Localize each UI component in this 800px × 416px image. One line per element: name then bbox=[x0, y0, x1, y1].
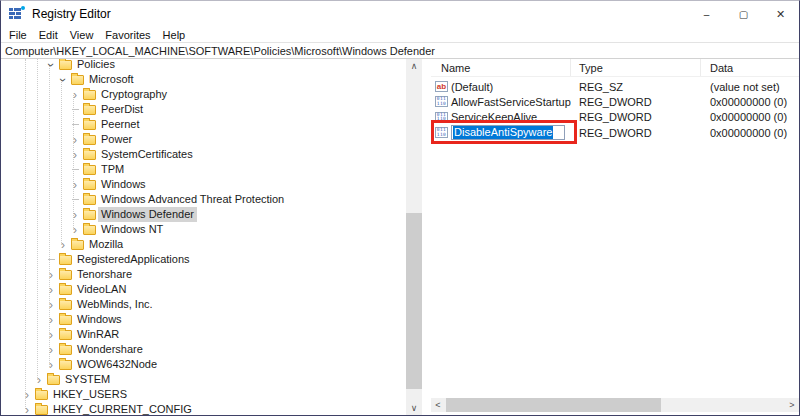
value-data: 0x00000000 (0) bbox=[710, 96, 787, 108]
tree-item[interactable]: › Mozilla bbox=[1, 237, 406, 252]
registry-value-row[interactable]: 011110DisableAntiSpyware REG_DWORD 0x000… bbox=[431, 125, 799, 140]
address-path: Computer\HKEY_LOCAL_MACHINE\SOFTWARE\Pol… bbox=[5, 45, 435, 57]
tree-item-label: Windows bbox=[74, 312, 125, 327]
folder-icon bbox=[35, 390, 48, 400]
tree-item[interactable]: PeerDist bbox=[1, 102, 406, 117]
registry-editor-window: Registry Editor – ▢ ✕ FileEditViewFavori… bbox=[0, 0, 800, 416]
tree-expander-icon[interactable]: › bbox=[69, 180, 81, 190]
value-data: 0x00000000 (0) bbox=[710, 111, 787, 123]
tree-expander-icon[interactable] bbox=[45, 259, 57, 260]
tree-item-label: Cryptography bbox=[98, 87, 170, 102]
folder-icon bbox=[83, 120, 96, 130]
tree-expander-icon[interactable]: › bbox=[33, 375, 45, 385]
tree-expander-icon[interactable]: › bbox=[21, 390, 33, 400]
registry-value-row[interactable]: 011110AllowFastServiceStartup REG_DWORD … bbox=[431, 94, 799, 109]
value-data: (value not set) bbox=[710, 81, 780, 93]
tree-expander-icon[interactable]: › bbox=[45, 360, 57, 370]
tree-item[interactable]: › WebMinds, Inc. bbox=[1, 297, 406, 312]
tree-expander-icon[interactable]: › bbox=[69, 225, 81, 235]
registry-values-panel: Name Type Data ab(Default) REG_SZ (value… bbox=[431, 59, 799, 415]
scroll-left-icon[interactable]: < bbox=[431, 398, 445, 412]
tree-expander-icon[interactable] bbox=[69, 199, 81, 200]
column-header-type[interactable]: Type bbox=[571, 59, 701, 76]
menu-favorites[interactable]: Favorites bbox=[105, 29, 150, 41]
list-rows: ab(Default) REG_SZ (value not set) 01111… bbox=[431, 79, 799, 140]
tree-expander-icon[interactable] bbox=[69, 169, 81, 170]
tree-item-label: Microsoft bbox=[86, 72, 137, 87]
scrollbar-thumb[interactable] bbox=[406, 213, 422, 389]
tree-expander-icon[interactable]: › bbox=[46, 59, 56, 71]
registry-value-row[interactable]: ab(Default) REG_SZ (value not set) bbox=[431, 79, 799, 94]
tree-expander-icon[interactable]: › bbox=[45, 345, 57, 355]
tree-item[interactable]: › Power bbox=[1, 132, 406, 147]
tree-expander-icon[interactable]: › bbox=[57, 240, 69, 250]
tree-item-label: Tenorshare bbox=[74, 267, 135, 282]
dword-value-icon: 011110 bbox=[435, 112, 448, 123]
tree-expander-icon[interactable] bbox=[69, 109, 81, 110]
tree-expander-icon[interactable]: › bbox=[21, 405, 33, 415]
tree-item[interactable]: › SystemCertificates bbox=[1, 147, 406, 162]
tree-item[interactable]: › Wondershare bbox=[1, 342, 406, 357]
value-name: (Default) bbox=[451, 81, 493, 93]
scrollbar-thumb[interactable] bbox=[446, 398, 661, 412]
tree-item[interactable]: › Microsoft bbox=[1, 72, 406, 87]
tree-vertical-scrollbar[interactable]: ∧ ∨ bbox=[406, 59, 422, 415]
tree-expander-icon[interactable]: › bbox=[58, 74, 68, 86]
column-header-data[interactable]: Data bbox=[701, 59, 799, 76]
folder-icon bbox=[83, 105, 96, 115]
tree-item[interactable]: › Windows Defender bbox=[1, 207, 406, 222]
menu-help[interactable]: Help bbox=[163, 29, 186, 41]
tree-item[interactable]: › Cryptography bbox=[1, 87, 406, 102]
folder-icon bbox=[59, 315, 72, 325]
close-button[interactable]: ✕ bbox=[762, 1, 799, 27]
tree-item[interactable]: › Windows bbox=[1, 312, 406, 327]
tree-item[interactable]: › WOW6432Node bbox=[1, 357, 406, 372]
maximize-button[interactable]: ▢ bbox=[725, 1, 762, 27]
tree-expander-icon[interactable]: › bbox=[69, 135, 81, 145]
menu-view[interactable]: View bbox=[70, 29, 94, 41]
value-type: REG_SZ bbox=[579, 81, 623, 93]
tree-item[interactable]: › WinRAR bbox=[1, 327, 406, 342]
tree-item[interactable]: › Windows bbox=[1, 177, 406, 192]
folder-icon bbox=[83, 165, 96, 175]
menu-file[interactable]: File bbox=[9, 29, 27, 41]
tree-expander-icon[interactable] bbox=[69, 124, 81, 125]
menu-edit[interactable]: Edit bbox=[39, 29, 58, 41]
minimize-button[interactable]: – bbox=[688, 1, 725, 27]
tree-item[interactable]: › Tenorshare bbox=[1, 267, 406, 282]
tree-item[interactable]: TPM bbox=[1, 162, 406, 177]
tree-item[interactable]: › Windows NT bbox=[1, 222, 406, 237]
folder-icon bbox=[59, 60, 72, 70]
tree-item[interactable]: › HKEY_CURRENT_CONFIG bbox=[1, 402, 406, 415]
address-bar[interactable]: Computer\HKEY_LOCAL_MACHINE\SOFTWARE\Pol… bbox=[1, 42, 799, 59]
tree-expander-icon[interactable]: › bbox=[69, 150, 81, 160]
tree-item[interactable]: › VideoLAN bbox=[1, 282, 406, 297]
tree-expander-icon[interactable]: › bbox=[45, 330, 57, 340]
tree-item-label: HKEY_CURRENT_CONFIG bbox=[50, 402, 195, 415]
tree-item-label: Wondershare bbox=[74, 342, 146, 357]
tree-expander-icon[interactable]: › bbox=[45, 270, 57, 280]
tree-item[interactable]: Peernet bbox=[1, 117, 406, 132]
tree-item[interactable]: › Policies bbox=[1, 59, 406, 72]
tree-item[interactable]: Windows Advanced Threat Protection bbox=[1, 192, 406, 207]
value-name: DisableAntiSpyware bbox=[453, 126, 553, 139]
tree-item[interactable]: RegisteredApplications bbox=[1, 252, 406, 267]
scroll-right-icon[interactable]: > bbox=[785, 398, 799, 412]
registry-value-row[interactable]: 011110ServiceKeepAlive REG_DWORD 0x00000… bbox=[431, 110, 799, 125]
tree-item[interactable]: › SYSTEM bbox=[1, 372, 406, 387]
tree-expander-icon[interactable]: › bbox=[45, 315, 57, 325]
horizontal-scrollbar[interactable]: < > bbox=[431, 398, 799, 412]
list-header: Name Type Data bbox=[431, 59, 799, 77]
pane-splitter[interactable] bbox=[422, 59, 431, 415]
scroll-up-icon[interactable]: ∧ bbox=[406, 59, 422, 73]
tree-item-label: Mozilla bbox=[86, 237, 126, 252]
column-header-name[interactable]: Name bbox=[431, 59, 571, 76]
tree-expander-icon[interactable]: › bbox=[69, 210, 81, 220]
scroll-down-icon[interactable]: ∨ bbox=[406, 401, 422, 415]
tree-expander-icon[interactable]: › bbox=[45, 285, 57, 295]
tree-expander-icon[interactable]: › bbox=[69, 90, 81, 100]
folder-icon bbox=[83, 195, 96, 205]
tree-expander-icon[interactable]: › bbox=[45, 300, 57, 310]
tree-item[interactable]: › HKEY_USERS bbox=[1, 387, 406, 402]
rename-edit-box[interactable]: DisableAntiSpyware bbox=[451, 125, 565, 140]
